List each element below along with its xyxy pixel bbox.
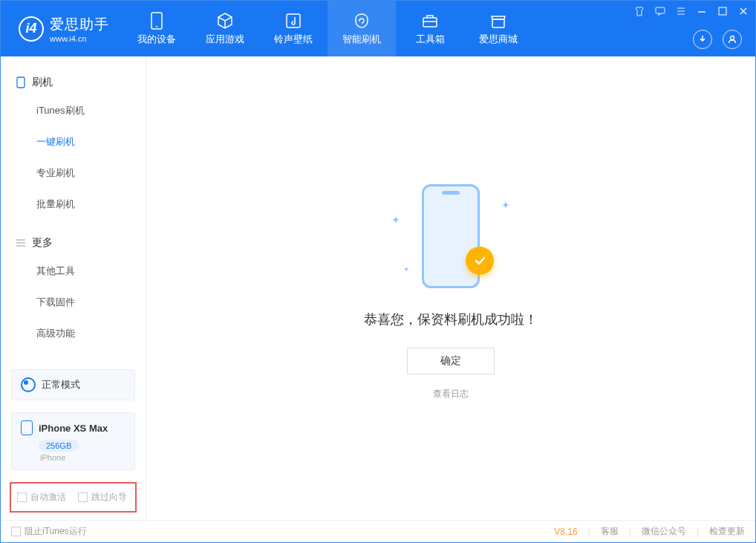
toolbox-icon [421,12,439,30]
device-name-row: iPhone XS Max [21,420,126,435]
logo-text: 爱思助手 www.i4.cn [50,15,109,43]
sparkle-icon: ✦ [403,265,409,273]
statusbar-link-update[interactable]: 检查更新 [709,525,745,538]
menu-icon[interactable] [675,5,687,17]
ok-button[interactable]: 确定 [407,348,495,374]
logo-area: i4 爱思助手 www.i4.cn [1,1,123,56]
sidebar: 刷机 iTunes刷机 一键刷机 专业刷机 批量刷机 更多 其他工具 下载固件 … [1,56,146,520]
checkbox-auto-activate[interactable]: 自动激活 [17,491,66,504]
user-profile-button[interactable] [723,30,742,49]
sidebar-section-flash: 刷机 [1,70,146,95]
device-mode-label: 正常模式 [42,378,80,391]
header-right-buttons [693,30,742,49]
store-icon [489,12,507,30]
app-body: 刷机 iTunes刷机 一键刷机 专业刷机 批量刷机 更多 其他工具 下载固件 … [1,56,755,520]
svg-point-7 [731,36,734,40]
app-header: i4 爱思助手 www.i4.cn 我的设备 应用游戏 铃声壁纸 智能刷机 工具… [1,1,755,56]
bottom-checks-highlighted: 自动激活 跳过向导 [10,482,137,513]
nav-tab-store[interactable]: 爱思商城 [464,1,532,56]
checkbox-label: 阻止iTunes运行 [25,525,87,538]
sidebar-section-more: 更多 [1,230,146,256]
view-log-link[interactable]: 查看日志 [433,388,469,400]
svg-rect-6 [719,7,726,15]
sidebar-item-pro-flash[interactable]: 专业刷机 [1,157,146,189]
checkbox-icon [17,492,27,502]
device-name: iPhone XS Max [39,423,108,434]
success-message: 恭喜您，保资料刷机成功啦！ [364,310,538,328]
svg-rect-2 [287,14,300,27]
sidebar-item-advanced[interactable]: 高级功能 [1,318,146,349]
device-capacity-badge: 256GB [39,440,79,452]
window-controls [633,5,749,17]
nav-tab-label: 应用游戏 [206,33,244,46]
checkbox-block-itunes[interactable]: 阻止iTunes运行 [11,525,87,538]
checkbox-icon [11,527,21,536]
version-label: V8.16 [554,527,577,537]
device-type: iPhone [40,453,126,462]
nav-tab-label: 工具箱 [416,33,445,46]
mode-icon [21,377,36,392]
nav-tab-label: 智能刷机 [342,33,381,46]
maximize-button[interactable] [717,5,729,17]
nav-tab-label: 爱思商城 [479,33,518,46]
statusbar-link-wechat[interactable]: 微信公众号 [642,525,686,538]
device-mode-row: 正常模式 [21,377,126,392]
sidebar-scroll: 刷机 iTunes刷机 一键刷机 专业刷机 批量刷机 更多 其他工具 下载固件 … [1,56,146,363]
tshirt-icon[interactable] [633,5,645,17]
close-button[interactable] [737,5,749,17]
nav-tab-ringtones-wallpapers[interactable]: 铃声壁纸 [259,1,328,56]
cube-icon [216,12,234,30]
phone-small-icon [16,77,26,88]
nav-tab-label: 我的设备 [137,33,176,46]
feedback-icon[interactable] [654,5,666,17]
music-icon [284,12,302,30]
statusbar-link-support[interactable]: 客服 [601,525,619,538]
svg-rect-4 [492,19,504,27]
minimize-button[interactable] [696,5,708,17]
statusbar-right: V8.16 | 客服 | 微信公众号 | 检查更新 [554,525,745,538]
nav-tab-apps-games[interactable]: 应用游戏 [191,1,259,56]
device-icon [148,12,166,30]
checkbox-icon [78,492,88,502]
svg-rect-3 [423,18,437,27]
checkmark-badge-icon [466,247,494,275]
list-icon [16,238,26,248]
svg-rect-5 [656,7,665,13]
nav-tabs: 我的设备 应用游戏 铃声壁纸 智能刷机 工具箱 爱思商城 [123,1,532,56]
app-title: 爱思助手 [50,15,109,34]
phone-icon [21,420,33,435]
app-logo-icon: i4 [19,16,44,42]
checkbox-skip-guide[interactable]: 跳过向导 [78,491,127,504]
sparkle-icon: ✦ [391,214,400,226]
sidebar-item-itunes-flash[interactable]: iTunes刷机 [1,95,146,126]
statusbar: 阻止iTunes运行 V8.16 | 客服 | 微信公众号 | 检查更新 [1,520,755,542]
sidebar-item-onekey-flash[interactable]: 一键刷机 [1,126,146,157]
nav-tab-my-device[interactable]: 我的设备 [123,1,191,56]
sidebar-item-other-tools[interactable]: 其他工具 [1,256,146,287]
app-subtitle: www.i4.cn [50,34,109,43]
nav-tab-smart-flash[interactable]: 智能刷机 [328,1,396,56]
checkbox-label: 自动激活 [30,491,66,504]
device-mode-box: 正常模式 [11,369,135,400]
sidebar-item-download-firmware[interactable]: 下载固件 [1,287,146,318]
main-content: ✦ ✦ ✦ 恭喜您，保资料刷机成功啦！ 确定 查看日志 [146,56,755,520]
sidebar-section-label: 更多 [32,236,53,250]
success-illustration: ✦ ✦ ✦ [377,177,525,296]
svg-point-1 [156,26,157,27]
nav-tab-toolbox[interactable]: 工具箱 [396,1,464,56]
nav-tab-label: 铃声壁纸 [274,33,313,46]
sidebar-section-label: 刷机 [32,76,53,89]
svg-rect-8 [17,77,25,88]
refresh-shield-icon [353,12,371,30]
sparkle-icon: ✦ [501,199,510,211]
sidebar-item-batch-flash[interactable]: 批量刷机 [1,189,146,220]
device-info-box[interactable]: iPhone XS Max 256GB iPhone [11,412,135,470]
download-button[interactable] [693,30,712,49]
checkbox-label: 跳过向导 [91,491,127,504]
